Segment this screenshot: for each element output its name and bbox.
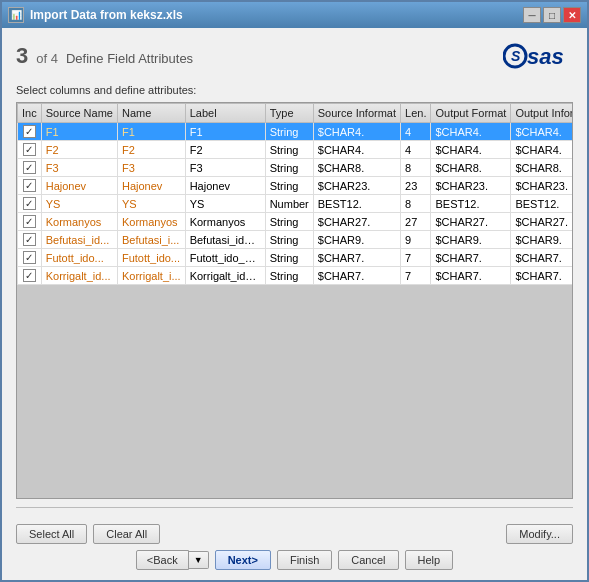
- row-checkbox-cell[interactable]: [18, 195, 42, 213]
- row-source-informat: $CHAR9.: [313, 231, 400, 249]
- row-source-name: Befutasi_id...: [41, 231, 117, 249]
- col-output-format: Output Format: [431, 104, 511, 123]
- row-type: String: [265, 213, 313, 231]
- row-name: F3: [117, 159, 185, 177]
- row-checkbox-cell[interactable]: [18, 141, 42, 159]
- row-checkbox[interactable]: [23, 233, 36, 246]
- close-button[interactable]: ✕: [563, 7, 581, 23]
- section-label: Select columns and define attributes:: [16, 84, 573, 96]
- row-output-informat: $CHAR23.: [511, 177, 573, 195]
- row-source-name: YS: [41, 195, 117, 213]
- row-output-format: $CHAR8.: [431, 159, 511, 177]
- minimize-button[interactable]: ─: [523, 7, 541, 23]
- row-type: String: [265, 123, 313, 141]
- row-source-name: F2: [41, 141, 117, 159]
- row-len: 23: [401, 177, 431, 195]
- row-output-informat: $CHAR4.: [511, 141, 573, 159]
- col-source-name: Source Name: [41, 104, 117, 123]
- row-output-format: $CHAR4.: [431, 141, 511, 159]
- row-name: Futott_ido...: [117, 249, 185, 267]
- row-checkbox-cell[interactable]: [18, 159, 42, 177]
- title-bar-controls: ─ □ ✕: [523, 7, 581, 23]
- step-of: of 4: [36, 51, 58, 66]
- col-type: Type: [265, 104, 313, 123]
- back-dropdown-button[interactable]: ▼: [189, 551, 209, 569]
- row-output-informat: $CHAR9.: [511, 231, 573, 249]
- row-checkbox-cell[interactable]: [18, 177, 42, 195]
- row-output-format: $CHAR4.: [431, 123, 511, 141]
- row-checkbox-cell[interactable]: [18, 231, 42, 249]
- row-output-format: $CHAR27.: [431, 213, 511, 231]
- row-source-name: Futott_ido...: [41, 249, 117, 267]
- title-bar: 📊 Import Data from keksz.xls ─ □ ✕: [2, 2, 587, 28]
- row-output-informat: $CHAR7.: [511, 249, 573, 267]
- sas-logo: S sas: [503, 38, 573, 74]
- table-row[interactable]: Korrigalt_id... Korrigalt_i... Korrigalt…: [18, 267, 574, 285]
- row-label: Befutasi_ido_oo_...: [185, 231, 265, 249]
- row-label: Korrigalt_ido_sec: [185, 267, 265, 285]
- row-checkbox[interactable]: [23, 197, 36, 210]
- row-source-name: Kormanyos: [41, 213, 117, 231]
- row-len: 4: [401, 141, 431, 159]
- row-checkbox[interactable]: [23, 125, 36, 138]
- table-row[interactable]: Kormanyos Kormanyos Kormanyos String $CH…: [18, 213, 574, 231]
- row-checkbox[interactable]: [23, 215, 36, 228]
- table-row[interactable]: YS YS YS Number BEST12. 8 BEST12. BEST12…: [18, 195, 574, 213]
- svg-text:sas: sas: [527, 44, 564, 69]
- table-row[interactable]: F2 F2 F2 String $CHAR4. 4 $CHAR4. $CHAR4…: [18, 141, 574, 159]
- row-checkbox[interactable]: [23, 161, 36, 174]
- window-icon: 📊: [8, 7, 24, 23]
- row-type: String: [265, 177, 313, 195]
- header-row: 3 of 4 Define Field Attributes S sas: [16, 38, 573, 74]
- row-source-name: Hajonev: [41, 177, 117, 195]
- row-len: 8: [401, 195, 431, 213]
- svg-text:S: S: [511, 48, 521, 64]
- row-checkbox-cell[interactable]: [18, 123, 42, 141]
- next-button[interactable]: Next>: [215, 550, 271, 570]
- row-len: 27: [401, 213, 431, 231]
- maximize-button[interactable]: □: [543, 7, 561, 23]
- row-checkbox[interactable]: [23, 143, 36, 156]
- title-bar-left: 📊 Import Data from keksz.xls: [8, 7, 183, 23]
- col-inc: Inc: [18, 104, 42, 123]
- row-label: YS: [185, 195, 265, 213]
- select-all-button[interactable]: Select All: [16, 524, 87, 544]
- row-output-format: $CHAR7.: [431, 267, 511, 285]
- row-type: String: [265, 267, 313, 285]
- row-name: Hajonev: [117, 177, 185, 195]
- table-row[interactable]: Befutasi_id... Befutasi_i... Befutasi_id…: [18, 231, 574, 249]
- clear-all-button[interactable]: Clear All: [93, 524, 160, 544]
- table-row[interactable]: Futott_ido... Futott_ido... Futott_ido_s…: [18, 249, 574, 267]
- row-len: 7: [401, 249, 431, 267]
- row-type: String: [265, 231, 313, 249]
- row-len: 8: [401, 159, 431, 177]
- row-name: Kormanyos: [117, 213, 185, 231]
- bottom-left-buttons: Select All Clear All: [16, 524, 160, 544]
- table-row[interactable]: F3 F3 F3 String $CHAR8. 8 $CHAR8. $CHAR8…: [18, 159, 574, 177]
- step-title: Define Field Attributes: [66, 51, 193, 66]
- back-button[interactable]: <Back: [136, 550, 189, 570]
- row-checkbox[interactable]: [23, 269, 36, 282]
- finish-button[interactable]: Finish: [277, 550, 332, 570]
- row-name: F1: [117, 123, 185, 141]
- table-row[interactable]: F1 F1 F1 String $CHAR4. 4 $CHAR4. $CHAR4…: [18, 123, 574, 141]
- row-checkbox[interactable]: [23, 179, 36, 192]
- row-label: Futott_ido_sec: [185, 249, 265, 267]
- data-table-container: Inc Source Name Name Label Type Source I…: [16, 102, 573, 499]
- col-len: Len.: [401, 104, 431, 123]
- row-name: YS: [117, 195, 185, 213]
- table-row[interactable]: Hajonev Hajonev Hajonev String $CHAR23. …: [18, 177, 574, 195]
- row-name: Befutasi_i...: [117, 231, 185, 249]
- row-len: 9: [401, 231, 431, 249]
- cancel-button[interactable]: Cancel: [338, 550, 398, 570]
- row-checkbox-cell[interactable]: [18, 249, 42, 267]
- row-source-informat: $CHAR4.: [313, 141, 400, 159]
- row-checkbox[interactable]: [23, 251, 36, 264]
- row-type: Number: [265, 195, 313, 213]
- help-button[interactable]: Help: [405, 550, 454, 570]
- row-checkbox-cell[interactable]: [18, 213, 42, 231]
- modify-button[interactable]: Modify...: [506, 524, 573, 544]
- row-name: Korrigalt_i...: [117, 267, 185, 285]
- step-number: 3: [16, 43, 28, 69]
- row-checkbox-cell[interactable]: [18, 267, 42, 285]
